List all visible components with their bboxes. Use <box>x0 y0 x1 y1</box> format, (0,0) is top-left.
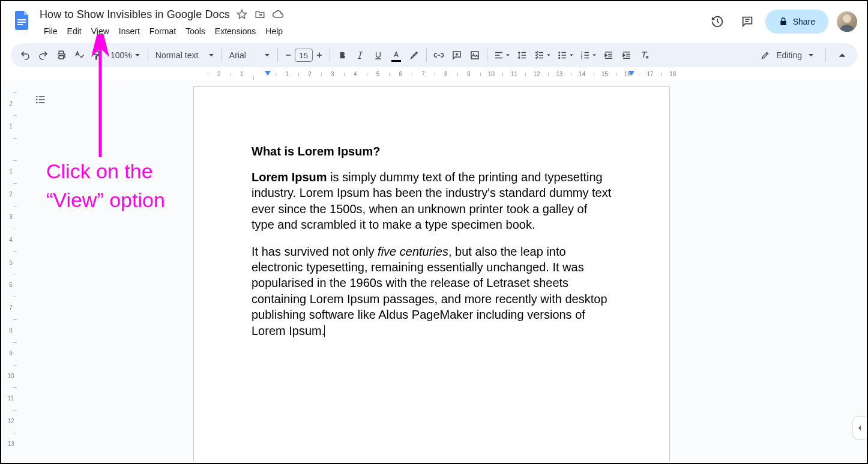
svg-point-8 <box>558 57 560 59</box>
svg-point-7 <box>558 55 560 56</box>
add-comment-button[interactable] <box>448 47 465 64</box>
font-size-control: − + <box>282 48 326 62</box>
menu-format[interactable]: Format <box>145 24 180 38</box>
decrease-indent-button[interactable] <box>600 47 617 64</box>
text-color-button[interactable] <box>388 47 405 64</box>
header-right: Share <box>705 6 857 34</box>
clear-formatting-button[interactable] <box>636 47 653 64</box>
highlight-color-button[interactable] <box>406 47 423 64</box>
lock-icon <box>779 17 788 26</box>
menu-tools[interactable]: Tools <box>181 24 209 38</box>
docs-logo[interactable] <box>11 6 32 35</box>
menu-file[interactable]: File <box>40 24 62 38</box>
menu-help[interactable]: Help <box>261 24 287 38</box>
show-outline-button[interactable] <box>30 89 52 110</box>
svg-rect-0 <box>17 19 26 20</box>
share-label: Share <box>793 17 815 26</box>
svg-point-13 <box>36 99 38 101</box>
ruler-first-line-indent[interactable] <box>265 71 271 76</box>
separator <box>277 49 278 62</box>
document-title[interactable]: How to Show Invisibles in Google Docs <box>40 8 230 21</box>
line-spacing-button[interactable] <box>514 47 531 64</box>
comments-icon[interactable] <box>735 10 759 34</box>
increase-indent-button[interactable] <box>618 47 635 64</box>
pencil-icon <box>761 50 770 60</box>
print-button[interactable] <box>53 47 70 64</box>
share-button[interactable]: Share <box>765 10 828 34</box>
content-paragraph-1: Lorem Ipsum is simply dummy text of the … <box>252 169 612 233</box>
menu-insert[interactable]: Insert <box>115 24 144 38</box>
font-dropdown[interactable]: Arial <box>226 47 274 64</box>
editing-mode-dropdown[interactable]: Editing <box>752 46 822 65</box>
bold-button[interactable] <box>334 47 351 64</box>
svg-point-14 <box>36 102 38 104</box>
svg-point-6 <box>558 52 560 53</box>
decrease-font-size-button[interactable]: − <box>282 48 295 62</box>
menu-edit[interactable]: Edit <box>63 24 86 38</box>
header-bar: How to Show Invisibles in Google Docs Fi… <box>1 1 867 38</box>
numbered-list-button[interactable]: 123 <box>577 47 599 64</box>
italic-button[interactable] <box>352 47 369 64</box>
toolbar-container: 100% Normal text Arial − + 123 Editi <box>1 38 867 67</box>
svg-rect-2 <box>17 24 23 25</box>
paragraph-style-dropdown[interactable]: Normal text <box>152 47 218 64</box>
document-page[interactable]: What is Lorem Ipsum? Lorem Ipsum is simp… <box>193 86 670 462</box>
ruler-right-indent[interactable] <box>628 71 634 76</box>
collapse-toolbar-button[interactable] <box>833 46 851 64</box>
side-panel-toggle[interactable] <box>852 416 866 440</box>
zoom-dropdown[interactable]: 100% <box>107 47 144 64</box>
align-button[interactable] <box>491 47 513 64</box>
svg-rect-1 <box>17 22 26 23</box>
toolbar: 100% Normal text Arial − + 123 Editi <box>11 43 857 67</box>
svg-point-12 <box>36 96 38 98</box>
separator <box>426 49 427 62</box>
undo-button[interactable] <box>17 47 34 64</box>
text-cursor <box>324 325 325 337</box>
history-icon[interactable] <box>705 10 729 34</box>
star-icon[interactable] <box>236 8 248 20</box>
vertical-ruler[interactable]: 2112345678910111213 <box>2 80 19 462</box>
separator <box>330 49 330 62</box>
insert-link-button[interactable] <box>430 47 447 64</box>
separator <box>487 49 487 62</box>
redo-button[interactable] <box>35 47 52 64</box>
content-paragraph-2: It has survived not only five centuries,… <box>252 244 612 339</box>
svg-text:3: 3 <box>580 56 582 59</box>
cloud-status-icon[interactable] <box>272 8 284 20</box>
spellcheck-button[interactable] <box>71 47 88 64</box>
menu-bar: File Edit View Insert Format Tools Exten… <box>40 24 698 38</box>
content-heading: What is Lorem Ipsum? <box>252 145 612 158</box>
increase-font-size-button[interactable]: + <box>313 48 326 62</box>
account-avatar[interactable] <box>837 11 857 32</box>
checklist-button[interactable] <box>532 47 553 64</box>
insert-image-button[interactable] <box>466 47 483 64</box>
title-area: How to Show Invisibles in Google Docs Fi… <box>40 6 698 38</box>
move-icon[interactable] <box>254 8 266 20</box>
bulleted-list-button[interactable] <box>555 47 576 64</box>
font-size-input[interactable] <box>295 49 313 62</box>
document-canvas[interactable]: What is Lorem Ipsum? Lorem Ipsum is simp… <box>19 80 866 462</box>
separator <box>148 49 148 62</box>
svg-point-5 <box>472 53 474 55</box>
menu-extensions[interactable]: Extensions <box>211 24 260 38</box>
menu-view[interactable]: View <box>87 24 113 38</box>
separator <box>825 49 826 62</box>
horizontal-ruler[interactable]: 21123456789101112131415161718 <box>19 71 867 80</box>
paint-format-button[interactable] <box>89 47 106 64</box>
workspace: 2112345678910111213 What is Lorem Ipsum?… <box>2 80 866 462</box>
underline-button[interactable] <box>370 47 387 64</box>
separator <box>222 49 222 62</box>
